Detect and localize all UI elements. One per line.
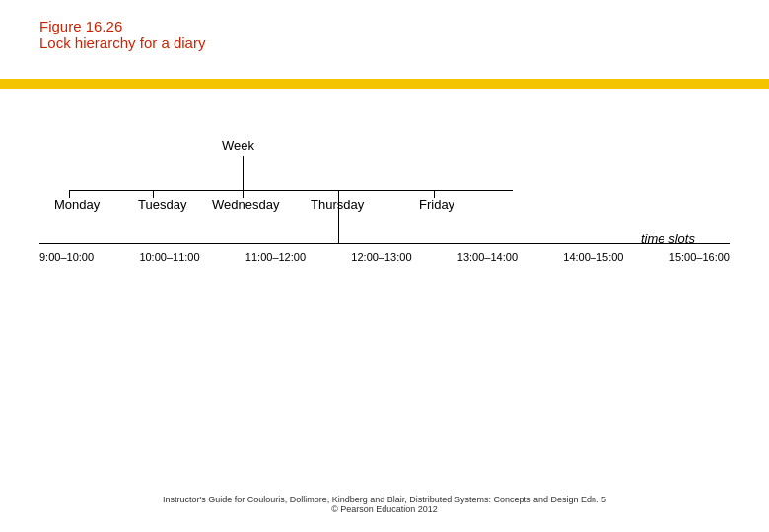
timeslots-label: time slots (641, 232, 695, 246)
footer-line1: Instructor's Guide for Coulouris, Dollim… (0, 495, 769, 504)
day-monday: Monday (54, 197, 100, 212)
yellow-bar (0, 79, 769, 89)
day-friday: Friday (419, 197, 454, 212)
title-area: Figure 16.26 Lock hierarchy for a diary (39, 18, 205, 51)
week-horizontal-line (69, 190, 513, 191)
title-line1: Figure 16.26 (39, 18, 205, 34)
timeslot-3: 11:00–12:00 (245, 251, 306, 263)
timeslot-6: 14:00–15:00 (563, 251, 623, 263)
timeslot-7: 15:00–16:00 (669, 251, 730, 263)
footer-line2: © Pearson Education 2012 (0, 504, 769, 514)
timeslot-labels: 9:00–10:00 10:00–11:00 11:00–12:00 12:00… (39, 251, 730, 263)
footer-text: Instructor's Guide for Coulouris, Dollim… (0, 495, 769, 514)
timeslot-4: 12:00–13:00 (351, 251, 411, 263)
week-vertical-line (243, 156, 244, 190)
timeslot-1: 9:00–10:00 (39, 251, 94, 263)
timeslot-2: 10:00–11:00 (139, 251, 199, 263)
title-line2: Lock hierarchy for a diary (39, 34, 205, 51)
timeslots-horizontal-line (39, 243, 730, 244)
week-label: Week (222, 138, 254, 153)
timeslot-5: 13:00–14:00 (457, 251, 518, 263)
day-tuesday: Tuesday (138, 197, 186, 212)
day-thursday: Thursday (311, 197, 364, 212)
day-wednesday: Wednesday (212, 197, 279, 212)
